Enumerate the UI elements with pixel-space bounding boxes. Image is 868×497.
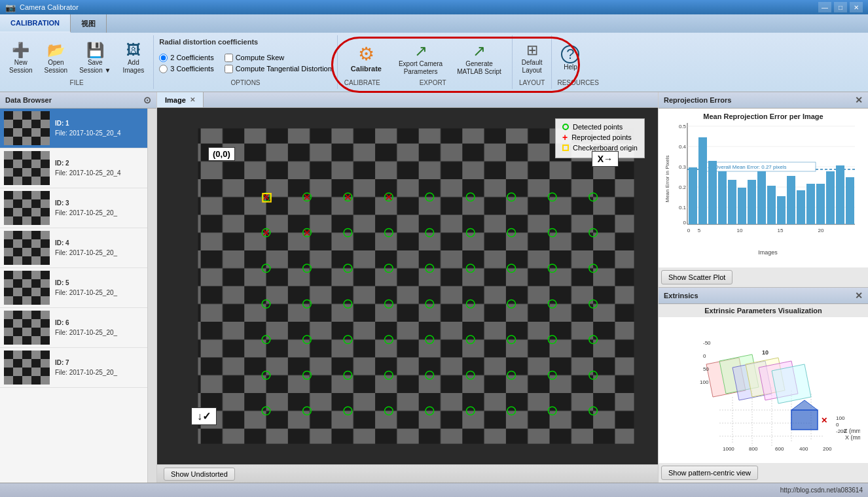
- ribbon-group-file: ➕ NewSession 📂 OpenSession 💾 SaveSession…: [0, 35, 154, 89]
- svg-marker-135: [791, 400, 818, 410]
- svg-rect-134: [791, 410, 818, 430]
- check-skew-input[interactable]: [225, 54, 233, 62]
- show-pattern-centric-button[interactable]: Show pattern-centric view: [661, 466, 758, 480]
- y-axis-label: Mean Error in Pixels: [664, 155, 670, 202]
- svg-rect-105: [767, 186, 776, 224]
- resources-group-items: ? Help: [557, 38, 583, 78]
- export-camera-label: Export CameraParameters: [399, 60, 443, 76]
- browser-scrollbar[interactable]: [147, 109, 156, 483]
- check-tangential[interactable]: Compute Tangential Distortion: [225, 65, 332, 73]
- browser-item-2[interactable]: ID: 2File: 2017-10-25_20_4: [0, 148, 147, 188]
- radio-2coeff[interactable]: 2 Coefficients: [159, 54, 213, 62]
- export-camera-button[interactable]: ↗ Export CameraParameters: [395, 41, 446, 77]
- radio-2coeff-label: 2 Coefficients: [170, 54, 213, 61]
- ribbon-content: ➕ NewSession 📂 OpenSession 💾 SaveSession…: [0, 33, 868, 92]
- tab-image[interactable]: Image ✕: [157, 92, 204, 107]
- reprojection-errors-panel: Reprojection Errors ✕ Mean Reprojection …: [659, 92, 868, 288]
- tab-calibration[interactable]: CALIBRATION: [0, 14, 71, 33]
- help-icon: ?: [561, 45, 579, 63]
- calibrate-group-items: ⚙ Calibrate ↗ Export CameraParameters ↗ …: [344, 38, 505, 78]
- browser-item-6[interactable]: ID: 6File: 2017-10-25_20_: [0, 308, 147, 348]
- radio-3coeff-input[interactable]: [159, 65, 168, 73]
- svg-rect-109: [806, 184, 815, 224]
- svg-rect-104: [757, 171, 766, 224]
- tab-view[interactable]: 视图: [71, 14, 107, 33]
- generate-matlab-button[interactable]: ↗ GenerateMATLAB Script: [453, 41, 505, 77]
- arrow-right-label: X→: [592, 151, 619, 167]
- browser-item-5[interactable]: ID: 5File: 2017-10-25_20_: [0, 268, 147, 308]
- image-panel: Image ✕: [157, 92, 659, 483]
- svg-text:15: 15: [778, 228, 784, 233]
- generate-matlab-label: GenerateMATLAB Script: [457, 60, 501, 76]
- help-button[interactable]: ? Help: [557, 44, 583, 73]
- radio-3coeff-label: 3 Coefficients: [170, 65, 213, 73]
- check-tangential-input[interactable]: [225, 65, 233, 73]
- close-button[interactable]: ✕: [850, 2, 863, 12]
- check-skew-label: Compute Skew: [236, 54, 285, 61]
- y-axis-container: Mean Error in Pixels: [662, 123, 672, 234]
- window-title: Camera Calibrator: [20, 3, 818, 11]
- calibrate-label: Calibrate: [351, 65, 382, 73]
- svg-text:100: 100: [700, 379, 709, 385]
- extrinsics-close[interactable]: ✕: [855, 290, 863, 301]
- extrinsics-svg: -50 0 50 100 1000 800 600 400 200 Z (mm)…: [667, 325, 860, 456]
- svg-text:0.4: 0.4: [679, 144, 687, 150]
- calibrate-button[interactable]: ⚙ Calibrate: [344, 41, 388, 75]
- options-rows: 2 Coefficients 3 Coefficients Compute Sk…: [159, 54, 332, 73]
- reprojection-chart-area: Mean Reprojection Error per Image Mean E…: [659, 109, 868, 267]
- data-browser-expand-btn[interactable]: ⊙: [143, 95, 151, 105]
- bar-chart-wrapper: Mean Error in Pixels 0.5 0.4 0.3 0.2 0.1…: [662, 123, 864, 247]
- new-session-button[interactable]: ➕ NewSession: [5, 41, 37, 76]
- svg-rect-102: [738, 188, 746, 224]
- new-session-label: NewSession: [9, 59, 33, 75]
- svg-text:5: 5: [698, 228, 701, 233]
- show-scatter-plot-button[interactable]: Show Scatter Plot: [661, 270, 732, 284]
- svg-text:200: 200: [823, 446, 832, 452]
- svg-text:0.3: 0.3: [679, 164, 687, 170]
- export-section-label: EXPORT: [420, 79, 446, 86]
- svg-text:— Overall Mean Error: 0.27 pix: — Overall Mean Error: 0.27 pixels: [708, 164, 787, 170]
- reprojected-icon: +: [562, 133, 568, 142]
- reprojection-errors-close[interactable]: ✕: [855, 95, 863, 105]
- image-tab-label: Image: [165, 96, 186, 104]
- browser-item-1[interactable]: ID: 1File: 2017-10-25_20_4: [0, 109, 147, 148]
- radio-3coeff[interactable]: 3 Coefficients: [159, 65, 213, 73]
- save-session-icon: 💾: [86, 42, 104, 59]
- check-compute-skew[interactable]: Compute Skew: [225, 54, 332, 62]
- image-bottom-bar: Show Undistorted: [157, 464, 658, 483]
- add-images-icon: 🖼: [126, 42, 141, 59]
- svg-rect-4: [198, 128, 634, 443]
- browser-item-4[interactable]: ID: 4File: 2017-10-25_20_: [0, 228, 147, 268]
- browser-item-7[interactable]: ID: 7File: 2017-10-25_20_: [0, 348, 147, 388]
- options-group-label: OPTIONS: [159, 78, 332, 86]
- default-layout-label: DefaultLayout: [522, 59, 543, 75]
- browser-list: ID: 1File: 2017-10-25_20_4ID: 2File: 201…: [0, 109, 147, 483]
- x-axis-label: Images: [672, 249, 864, 256]
- show-undistorted-button[interactable]: Show Undistorted: [164, 468, 235, 481]
- minimize-button[interactable]: —: [818, 2, 831, 12]
- main-layout: Data Browser ⊙ ID: 1File: 2017-10-25_20_…: [0, 92, 868, 483]
- add-images-label: AddImages: [122, 59, 144, 75]
- browser-item-3[interactable]: ID: 3File: 2017-10-25_20_: [0, 188, 147, 228]
- chart-title: Mean Reprojection Error per Image: [662, 112, 864, 120]
- maximize-button[interactable]: □: [834, 2, 847, 12]
- radio-2coeff-input[interactable]: [159, 54, 168, 62]
- add-images-button[interactable]: 🖼 AddImages: [118, 41, 148, 76]
- legend-reprojected-label: Reprojected points: [571, 133, 632, 141]
- status-url: http://blog.csdn.net/a083614: [780, 487, 863, 494]
- image-tab-close[interactable]: ✕: [190, 96, 195, 103]
- extrinsics-header: Extrinsics ✕: [659, 288, 868, 304]
- save-session-button[interactable]: 💾 SaveSession ▼: [75, 41, 115, 76]
- svg-text:50: 50: [703, 366, 709, 372]
- svg-rect-113: [846, 177, 854, 224]
- extrinsics-chart-title: Extrinsic Parameters Visualization: [659, 304, 868, 317]
- checkerboard-icon: [562, 145, 569, 151]
- svg-rect-112: [836, 165, 844, 224]
- svg-text:-200: -200: [836, 428, 847, 434]
- status-bar: http://blog.csdn.net/a083614: [0, 483, 868, 497]
- open-session-button[interactable]: 📂 OpenSession: [41, 41, 72, 76]
- save-session-label: SaveSession ▼: [79, 59, 111, 75]
- title-bar: 📷 Camera Calibrator — □ ✕: [0, 0, 868, 14]
- default-layout-button[interactable]: ⊞ DefaultLayout: [518, 41, 547, 76]
- ribbon-group-options: Radial distortion coefficients 2 Coeffic…: [154, 35, 338, 89]
